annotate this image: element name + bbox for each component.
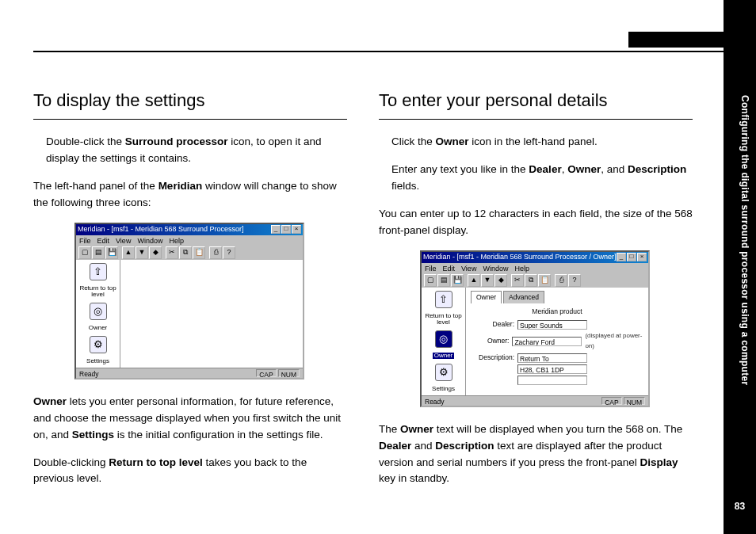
- owner-label: Owner: [89, 325, 108, 331]
- status-indicators: CAP NUM: [256, 369, 300, 377]
- owner-note: (displayed at power-on): [585, 331, 643, 351]
- heading-enter-details: To enter your personal details: [379, 87, 693, 114]
- window-buttons: _ □ ×: [271, 225, 301, 234]
- para-right-4: The Owner text will be displayed when yo…: [379, 421, 693, 488]
- menu-view[interactable]: View: [116, 236, 131, 245]
- toolbar-paste-icon[interactable]: 📋: [538, 274, 551, 287]
- status-ready: Ready: [425, 397, 445, 405]
- toolbar-new-icon[interactable]: ▢: [424, 274, 437, 287]
- owner-field-label: Owner:: [471, 336, 509, 346]
- maximize-button[interactable]: □: [281, 225, 291, 234]
- text: fields.: [391, 180, 419, 192]
- toolbar-save-icon[interactable]: 💾: [451, 274, 464, 287]
- text: Double-click the: [46, 135, 125, 147]
- toolbar-cut-icon[interactable]: ✂: [166, 246, 178, 259]
- bold-dealer: Dealer: [529, 163, 561, 175]
- toolbar-comms-icon[interactable]: ◆: [149, 246, 162, 259]
- top-rule: [33, 51, 724, 52]
- para-right-3: You can enter up to 12 characters in eac…: [379, 206, 693, 239]
- minimize-button[interactable]: _: [617, 253, 626, 261]
- owner-label: Owner: [433, 353, 455, 359]
- settings-icon[interactable]: ⚙: [435, 364, 452, 381]
- content-columns: To display the settings Double-click the…: [33, 87, 693, 498]
- shot1-status-bar: Ready CAP NUM: [76, 368, 303, 378]
- menu-window[interactable]: Window: [137, 236, 162, 245]
- text: key in standby.: [379, 472, 449, 484]
- shot2-right-content: Owner Advanced Meridian product Dealer: …: [466, 288, 648, 395]
- heading-divider-2: [379, 119, 693, 120]
- owner-input[interactable]: Zachary Ford: [512, 337, 582, 346]
- shot1-body: ⇧ Return to top level ◎ Owner ⚙ Settings: [76, 260, 303, 368]
- desc-input-3[interactable]: [517, 376, 587, 385]
- toolbar-cut-icon[interactable]: ✂: [511, 274, 524, 287]
- bold-dealer: Dealer: [379, 440, 411, 452]
- menu-view[interactable]: View: [461, 264, 476, 273]
- shot1-title: Meridian - [msf1 - Meridian 568 Surround…: [78, 224, 271, 235]
- owner-icon[interactable]: ◎: [435, 330, 452, 348]
- tab-owner[interactable]: Owner: [471, 291, 502, 303]
- status-cap: CAP: [601, 397, 621, 405]
- toolbar-paste-icon[interactable]: 📋: [193, 246, 205, 259]
- settings-label: Settings: [86, 358, 109, 364]
- text: The: [379, 423, 400, 435]
- desc-input-1[interactable]: Return To: [517, 353, 587, 363]
- bold-owner: Owner: [33, 395, 67, 407]
- toolbar-store-icon[interactable]: ▲: [122, 246, 135, 259]
- dealer-input[interactable]: Super Sounds: [517, 320, 587, 330]
- text: The left-hand panel of the: [33, 180, 158, 192]
- shot2-title: Meridian - [msf1 - Meridian 568 Surround…: [423, 252, 617, 263]
- toolbar-open-icon[interactable]: ▤: [437, 274, 450, 287]
- text: icon in the left-hand panel.: [469, 135, 598, 147]
- toolbar-comms-icon[interactable]: ◆: [494, 274, 507, 287]
- maximize-button[interactable]: □: [627, 253, 636, 261]
- toolbar-help-icon[interactable]: ?: [223, 246, 235, 259]
- toolbar-save-icon[interactable]: 💾: [105, 246, 118, 259]
- heading-divider: [33, 119, 347, 120]
- toolbar-fetch-icon[interactable]: ▼: [481, 274, 494, 287]
- text: Double-clicking: [33, 456, 109, 468]
- toolbar-store-icon[interactable]: ▲: [468, 274, 480, 287]
- toolbar-fetch-icon[interactable]: ▼: [136, 246, 148, 259]
- para-left-2: The left-hand panel of the Meridian wind…: [33, 178, 347, 212]
- toolbar-help-icon[interactable]: ?: [568, 274, 581, 287]
- bold-surround-processor: Surround processor: [125, 135, 228, 147]
- minimize-button[interactable]: _: [271, 225, 281, 234]
- tab-advanced[interactable]: Advanced: [503, 291, 544, 303]
- bold-meridian: Meridian: [158, 180, 203, 192]
- owner-icon[interactable]: ◎: [90, 303, 107, 320]
- menu-help[interactable]: Help: [169, 236, 184, 245]
- toolbar-print-icon[interactable]: ⎙: [209, 246, 222, 259]
- desc-input-2[interactable]: H28, CB1 1DP: [517, 364, 587, 374]
- shot2-body: ⇧ Return to top level ◎ Owner ⚙ Settings…: [422, 288, 648, 395]
- bold-description: Description: [628, 163, 686, 175]
- return-to-top-icon[interactable]: ⇧: [90, 263, 107, 280]
- window-buttons: _ □ ×: [617, 253, 647, 261]
- shot2-toolbar: ▢ ▤ 💾 ▲ ▼ ◆ ✂ ⧉ 📋 ⎙ ?: [422, 273, 648, 288]
- return-to-top-icon[interactable]: ⇧: [435, 291, 452, 308]
- shot2-title-bar: Meridian - [msf1 - Meridian 568 Surround…: [422, 252, 648, 263]
- toolbar-open-icon[interactable]: ▤: [92, 246, 105, 259]
- toolbar-print-icon[interactable]: ⎙: [555, 274, 567, 287]
- menu-edit[interactable]: Edit: [97, 236, 110, 245]
- row-desc-1: Description: Return To: [471, 353, 643, 363]
- toolbar-new-icon[interactable]: ▢: [78, 246, 91, 259]
- menu-edit[interactable]: Edit: [443, 264, 456, 273]
- section-label: Configuring the digital surround process…: [730, 95, 750, 385]
- status-num: NUM: [624, 397, 645, 405]
- menu-file[interactable]: File: [79, 236, 91, 245]
- group-label: Meridian product: [471, 307, 643, 317]
- column-left: To display the settings Double-click the…: [33, 87, 347, 498]
- screenshot-2: Meridian - [msf1 - Meridian 568 Surround…: [420, 250, 650, 407]
- return-to-top-label: Return to top level: [77, 285, 119, 298]
- toolbar-copy-icon[interactable]: ⧉: [525, 274, 537, 287]
- toolbar-copy-icon[interactable]: ⧉: [179, 246, 192, 259]
- desc-label: Description:: [471, 353, 514, 363]
- para-left-3: Owner lets you enter personal informatio…: [33, 394, 347, 444]
- menu-help[interactable]: Help: [514, 264, 529, 273]
- menu-window[interactable]: Window: [483, 264, 508, 273]
- menu-file[interactable]: File: [425, 264, 437, 273]
- close-button[interactable]: ×: [637, 253, 647, 261]
- close-button[interactable]: ×: [292, 225, 301, 234]
- settings-icon[interactable]: ⚙: [90, 336, 107, 353]
- para-left-4: Double-clicking Return to top level take…: [33, 455, 347, 488]
